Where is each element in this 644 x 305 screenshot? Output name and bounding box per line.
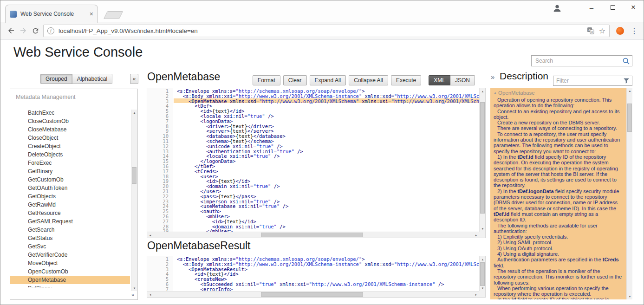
code-line[interactable]: <OpenMetabaseResult> bbox=[174, 266, 479, 272]
description-section-header[interactable]: ▲OpenMetabase bbox=[494, 90, 622, 96]
xml-tab[interactable]: XML bbox=[429, 75, 450, 85]
group-header[interactable]: Metadata Management bbox=[10, 89, 137, 104]
code-line[interactable]: <unicode xsi:nil="true" /> bbox=[174, 143, 479, 149]
sidebar-item-getsearch[interactable]: GetSearch bbox=[10, 226, 130, 234]
sidebar-item-openmetabase[interactable]: OpenMetabase bbox=[10, 276, 130, 284]
scroll-down-icon[interactable]: ▼ bbox=[480, 285, 486, 291]
filter-funnel-icon[interactable] bbox=[623, 78, 630, 84]
expand-all-button[interactable]: Expand All bbox=[310, 75, 346, 85]
sidebar-item-createobject[interactable]: CreateObject bbox=[10, 142, 130, 150]
code-line[interactable]: <bSucceeded xsi:nil="true" xmlns:xsi="ht… bbox=[174, 281, 479, 286]
request-editor[interactable]: 1234567891011121314151617181920212223242… bbox=[147, 88, 486, 238]
scrollbar-thumb[interactable] bbox=[261, 292, 363, 297]
code-line[interactable]: <locale xsi:nil="true" /> bbox=[174, 113, 479, 118]
minimize-button[interactable]: – bbox=[585, 2, 598, 13]
sidebar-item-getstatus[interactable]: GetStatus bbox=[10, 234, 130, 242]
sidebar-collapse-button[interactable]: « bbox=[130, 74, 138, 84]
response-vscrollbar[interactable]: ▲ ▼ bbox=[479, 256, 485, 291]
scrollbar-thumb[interactable] bbox=[480, 262, 485, 286]
code-line[interactable]: <imperson xsi:nil="true" /> bbox=[174, 199, 479, 204]
code-line[interactable]: <domain xsi:nil="true" /> bbox=[174, 224, 479, 229]
scroll-up-icon[interactable]: ▲ bbox=[131, 110, 137, 116]
code-line[interactable]: <authentication xsi:nil="true" /> bbox=[174, 149, 479, 154]
clear-button[interactable]: Clear bbox=[283, 75, 307, 85]
scroll-left-icon[interactable]: ◄ bbox=[147, 292, 153, 298]
scroll-up-icon[interactable]: ▲ bbox=[627, 88, 633, 94]
search-icon[interactable] bbox=[622, 57, 630, 65]
collapse-triangle-icon[interactable]: ▲ bbox=[494, 91, 497, 94]
search-box[interactable] bbox=[531, 55, 632, 66]
filter-input[interactable] bbox=[556, 78, 623, 84]
browser-tab[interactable]: Web Service Console × bbox=[5, 5, 98, 23]
code-line[interactable]: <OpenMetabase xmlns:xsd="http://www.w3.o… bbox=[174, 98, 479, 104]
sidebar-item-putbinary[interactable]: PutBinary bbox=[10, 284, 130, 287]
sidebar-item-getoauthtoken[interactable]: GetOAuthToken bbox=[10, 184, 130, 192]
tab-close-icon[interactable]: × bbox=[90, 11, 93, 17]
code-line[interactable]: </mbUser> bbox=[174, 228, 479, 232]
scroll-left-icon[interactable]: ◄ bbox=[147, 232, 153, 238]
code-line[interactable]: <id>{text}</id> bbox=[174, 108, 479, 113]
maximize-button[interactable] bbox=[607, 2, 619, 13]
sidebar-item-getrawmd[interactable]: GetRawMd bbox=[10, 201, 130, 209]
code-line[interactable]: <server>{text}</server> bbox=[174, 128, 479, 133]
profile-icon[interactable] bbox=[552, 3, 562, 13]
code-line[interactable]: <s:Body xmlns:xsi="http://www.w3.org/200… bbox=[174, 93, 479, 98]
code-line[interactable]: <logonData> bbox=[174, 118, 479, 123]
sidebar-item-deleteobjects[interactable]: DeleteObjects bbox=[10, 150, 130, 159]
collapse-all-button[interactable]: Collapse All bbox=[349, 75, 388, 85]
description-scrollbar[interactable]: ▲ ▼ bbox=[626, 88, 632, 299]
scrollbar-thumb[interactable] bbox=[132, 167, 137, 184]
scrollbar-thumb[interactable] bbox=[627, 104, 632, 132]
scroll-up-icon[interactable]: ▲ bbox=[480, 88, 486, 94]
scroll-right-icon[interactable]: ► bbox=[473, 292, 479, 298]
code-line[interactable]: <id>{text}</id> bbox=[174, 271, 479, 276]
sidebar-expand-button[interactable]: » bbox=[130, 292, 136, 298]
sidebar-item-batchexec[interactable]: BatchExec bbox=[10, 109, 130, 117]
scrollbar-thumb[interactable] bbox=[261, 233, 363, 237]
code-line[interactable]: <id>{text}</id> bbox=[174, 219, 479, 224]
scrollbar-thumb[interactable] bbox=[480, 102, 485, 214]
code-line[interactable]: <tCreds> bbox=[174, 169, 479, 174]
code-line[interactable]: <domain xsi:nil="true" /> bbox=[174, 183, 479, 188]
response-hscrollbar[interactable]: ◄ ► bbox=[147, 291, 479, 297]
sidebar-scrollbar[interactable]: ▲ ▼ bbox=[131, 110, 137, 291]
response-code[interactable]: <s:Envelope xmlns:s="http://schemas.xmls… bbox=[174, 256, 479, 291]
sidebar-item-foreexec[interactable]: ForeExec bbox=[10, 159, 130, 167]
code-line[interactable]: <createNew> bbox=[174, 276, 479, 281]
code-line[interactable]: <schema>{text}</schema> bbox=[174, 138, 479, 143]
code-line[interactable]: <database>{text}</database> bbox=[174, 133, 479, 138]
browser-menu-icon[interactable]: ⋮ bbox=[630, 26, 639, 35]
sidebar-item-getcustomob[interactable]: GetCustomOb bbox=[10, 175, 130, 184]
code-line[interactable]: <tDef> bbox=[174, 103, 479, 108]
json-tab[interactable]: JSON bbox=[450, 75, 475, 85]
request-hscrollbar[interactable]: ◄ ► bbox=[147, 232, 479, 238]
code-line[interactable]: </tDef> bbox=[174, 163, 479, 169]
new-tab-button[interactable] bbox=[104, 11, 123, 19]
code-line[interactable]: <user> bbox=[174, 174, 479, 179]
sidebar-item-getsvc[interactable]: GetSvc bbox=[10, 242, 130, 251]
scroll-down-icon[interactable]: ▼ bbox=[627, 293, 633, 299]
address-bar[interactable]: i localhost/FP_App_v9.0/Wsc/index.html#l… bbox=[43, 25, 610, 37]
extension-icon[interactable] bbox=[616, 27, 624, 35]
code-line[interactable]: <s:Body xmlns:xsi="http://www.w3.org/200… bbox=[174, 261, 479, 266]
sidebar-item-closemetabase[interactable]: CloseMetabase bbox=[10, 125, 130, 134]
sidebar-item-opencustomob[interactable]: OpenCustomOb bbox=[10, 267, 130, 276]
scroll-up-icon[interactable]: ▲ bbox=[480, 256, 486, 262]
search-input[interactable] bbox=[535, 58, 622, 64]
code-line[interactable]: <pass>{text}</pass> bbox=[174, 194, 479, 199]
code-line[interactable]: <id>{text}</id> bbox=[174, 178, 479, 183]
code-line[interactable]: <driver>{text}</driver> bbox=[174, 123, 479, 129]
sidebar-item-getresource[interactable]: GetResource bbox=[10, 209, 130, 217]
code-line[interactable]: <locale xsi:nil="true" /> bbox=[174, 153, 479, 158]
code-line[interactable]: </logonData> bbox=[174, 158, 479, 163]
grouped-button[interactable]: Grouped bbox=[40, 74, 72, 84]
sidebar-item-closeobject[interactable]: CloseObject bbox=[10, 134, 130, 142]
info-icon[interactable]: i bbox=[47, 27, 54, 34]
response-editor[interactable]: 12345678 <s:Envelope xmlns:s="http://sch… bbox=[147, 256, 486, 298]
bookmark-star-icon[interactable]: ☆ bbox=[599, 26, 605, 35]
scroll-down-icon[interactable]: ▼ bbox=[131, 285, 137, 291]
request-vscrollbar[interactable]: ▲ ▼ bbox=[479, 88, 485, 232]
code-line[interactable]: <oauth> bbox=[174, 208, 479, 214]
alphabetical-button[interactable]: Alphabetical bbox=[72, 74, 112, 84]
sidebar-item-getobjects[interactable]: GetObjects bbox=[10, 192, 130, 201]
